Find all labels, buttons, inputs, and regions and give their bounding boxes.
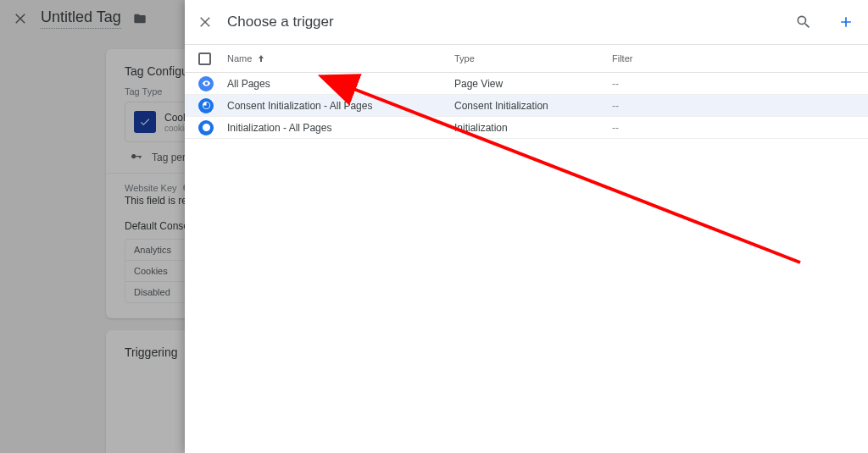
consent-init-icon: [198, 98, 214, 113]
trigger-name: Consent Initialization - All Pages: [227, 100, 454, 112]
trigger-name: Initialization - All Pages: [227, 122, 454, 134]
panel-title: Choose a trigger: [227, 14, 770, 30]
trigger-type: Consent Initialization: [454, 100, 612, 112]
select-all-checkbox[interactable]: [198, 52, 211, 65]
trigger-table-header: Name Type Filter: [185, 44, 868, 73]
trigger-row[interactable]: Initialization - All Pages Initializatio…: [185, 117, 868, 139]
close-icon[interactable]: [198, 14, 214, 30]
trigger-filter: --: [612, 78, 854, 90]
trigger-filter: --: [612, 122, 854, 134]
page-view-icon: [198, 76, 214, 91]
trigger-filter: --: [612, 100, 854, 112]
trigger-row[interactable]: Consent Initialization - All Pages Conse…: [185, 95, 868, 117]
trigger-row[interactable]: All Pages Page View --: [185, 73, 868, 95]
col-name[interactable]: Name: [227, 53, 252, 64]
search-icon[interactable]: [795, 14, 812, 30]
initialization-icon: [198, 120, 214, 135]
trigger-type: Page View: [454, 78, 612, 90]
sort-asc-icon: [256, 53, 266, 64]
add-trigger-icon[interactable]: [837, 14, 854, 30]
col-type[interactable]: Type: [454, 53, 612, 64]
choose-trigger-panel: Choose a trigger Name Type Filter All Pa…: [185, 0, 868, 453]
trigger-type: Initialization: [454, 122, 612, 134]
col-filter[interactable]: Filter: [612, 53, 854, 64]
trigger-name: All Pages: [227, 78, 454, 90]
